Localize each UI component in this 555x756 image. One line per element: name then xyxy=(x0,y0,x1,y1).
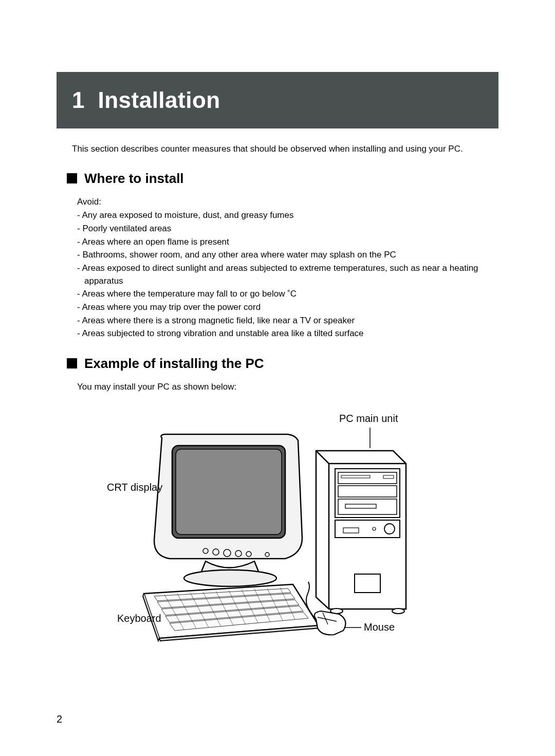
square-bullet-icon xyxy=(67,358,77,368)
section-title: Example of installing the PC xyxy=(84,356,264,372)
list-item: Any area exposed to moisture, dust, and … xyxy=(77,209,498,222)
list-item: Areas subjected to strong vibration and … xyxy=(77,327,498,340)
label-pc-main-unit: PC main unit xyxy=(339,413,398,425)
square-bullet-icon xyxy=(67,173,77,183)
svg-rect-5 xyxy=(176,449,282,534)
svg-rect-18 xyxy=(338,499,397,514)
list-item: Poorly ventilated areas xyxy=(77,223,498,235)
crt-display-icon xyxy=(154,434,302,586)
chapter-banner: 1 Installation xyxy=(57,72,498,128)
example-lead: You may install your PC as shown below: xyxy=(77,381,498,394)
avoid-lead: Avoid: xyxy=(77,196,498,209)
svg-point-12 xyxy=(184,570,276,586)
section-title: Where to install xyxy=(84,171,184,187)
list-item: Areas where there is a strong magnetic f… xyxy=(77,315,498,327)
page-number: 2 xyxy=(57,713,62,725)
keyboard-icon xyxy=(143,584,320,641)
list-item: Areas where an open flame is present xyxy=(77,236,498,249)
label-crt-display: CRT display xyxy=(107,482,162,493)
list-item: Areas where you may trip over the power … xyxy=(77,301,498,314)
svg-rect-17 xyxy=(338,486,397,497)
list-item: Areas where the temperature may fall to … xyxy=(77,288,498,301)
pc-tower-icon xyxy=(316,451,406,614)
section-heading-where: Where to install xyxy=(67,171,498,187)
intro-paragraph: This section describes counter measures … xyxy=(72,143,498,155)
installation-diagram: PC main unit CRT display Keyboard Mouse xyxy=(77,410,457,646)
avoid-list: Any area exposed to moisture, dust, and … xyxy=(77,209,498,340)
pc-setup-illustration xyxy=(77,410,457,646)
chapter-number: 1 xyxy=(72,87,85,113)
label-keyboard: Keyboard xyxy=(117,613,161,624)
svg-rect-20 xyxy=(335,520,400,538)
svg-point-26 xyxy=(392,609,404,614)
section-heading-example: Example of installing the PC xyxy=(67,356,498,372)
label-mouse: Mouse xyxy=(364,621,395,633)
list-item: Bathrooms, shower room, and any other ar… xyxy=(77,249,498,262)
chapter-title: 1 Installation xyxy=(72,87,483,113)
chapter-name: Installation xyxy=(98,87,220,113)
list-item: Areas exposed to direct sunlight and are… xyxy=(77,262,498,287)
